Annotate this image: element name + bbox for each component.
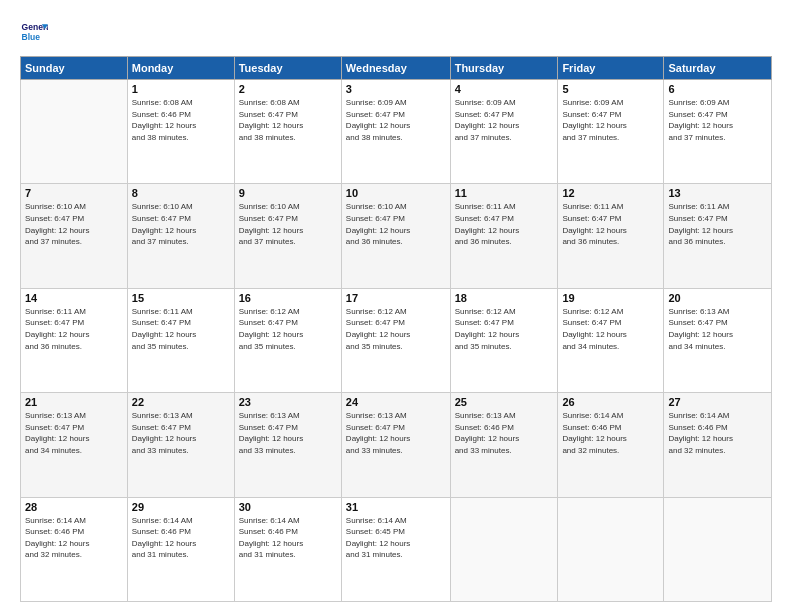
day-detail: Sunrise: 6:13 AM Sunset: 6:47 PM Dayligh…: [346, 410, 446, 456]
day-header-thursday: Thursday: [450, 57, 558, 80]
day-number: 27: [668, 396, 767, 408]
calendar-cell: [21, 80, 128, 184]
day-number: 9: [239, 187, 337, 199]
day-detail: Sunrise: 6:14 AM Sunset: 6:46 PM Dayligh…: [132, 515, 230, 561]
day-number: 25: [455, 396, 554, 408]
day-detail: Sunrise: 6:09 AM Sunset: 6:47 PM Dayligh…: [346, 97, 446, 143]
day-number: 11: [455, 187, 554, 199]
day-number: 5: [562, 83, 659, 95]
day-number: 21: [25, 396, 123, 408]
day-detail: Sunrise: 6:13 AM Sunset: 6:46 PM Dayligh…: [455, 410, 554, 456]
calendar-cell: 14Sunrise: 6:11 AM Sunset: 6:47 PM Dayli…: [21, 288, 128, 392]
day-number: 28: [25, 501, 123, 513]
calendar-cell: 3Sunrise: 6:09 AM Sunset: 6:47 PM Daylig…: [341, 80, 450, 184]
day-number: 7: [25, 187, 123, 199]
logo-icon: General Blue: [20, 18, 48, 46]
day-detail: Sunrise: 6:11 AM Sunset: 6:47 PM Dayligh…: [132, 306, 230, 352]
day-detail: Sunrise: 6:14 AM Sunset: 6:46 PM Dayligh…: [25, 515, 123, 561]
calendar-cell: 8Sunrise: 6:10 AM Sunset: 6:47 PM Daylig…: [127, 184, 234, 288]
day-number: 6: [668, 83, 767, 95]
day-number: 15: [132, 292, 230, 304]
day-detail: Sunrise: 6:12 AM Sunset: 6:47 PM Dayligh…: [455, 306, 554, 352]
day-detail: Sunrise: 6:08 AM Sunset: 6:47 PM Dayligh…: [239, 97, 337, 143]
day-detail: Sunrise: 6:13 AM Sunset: 6:47 PM Dayligh…: [132, 410, 230, 456]
day-number: 19: [562, 292, 659, 304]
day-detail: Sunrise: 6:14 AM Sunset: 6:46 PM Dayligh…: [562, 410, 659, 456]
day-detail: Sunrise: 6:08 AM Sunset: 6:46 PM Dayligh…: [132, 97, 230, 143]
calendar-cell: 15Sunrise: 6:11 AM Sunset: 6:47 PM Dayli…: [127, 288, 234, 392]
calendar-cell: 13Sunrise: 6:11 AM Sunset: 6:47 PM Dayli…: [664, 184, 772, 288]
day-number: 29: [132, 501, 230, 513]
day-number: 20: [668, 292, 767, 304]
day-number: 24: [346, 396, 446, 408]
calendar-cell: 31Sunrise: 6:14 AM Sunset: 6:45 PM Dayli…: [341, 497, 450, 601]
calendar-cell: 21Sunrise: 6:13 AM Sunset: 6:47 PM Dayli…: [21, 393, 128, 497]
day-detail: Sunrise: 6:14 AM Sunset: 6:46 PM Dayligh…: [239, 515, 337, 561]
calendar-cell: [450, 497, 558, 601]
calendar-cell: 10Sunrise: 6:10 AM Sunset: 6:47 PM Dayli…: [341, 184, 450, 288]
week-row-5: 28Sunrise: 6:14 AM Sunset: 6:46 PM Dayli…: [21, 497, 772, 601]
calendar-cell: 7Sunrise: 6:10 AM Sunset: 6:47 PM Daylig…: [21, 184, 128, 288]
calendar-cell: 9Sunrise: 6:10 AM Sunset: 6:47 PM Daylig…: [234, 184, 341, 288]
day-number: 14: [25, 292, 123, 304]
day-header-saturday: Saturday: [664, 57, 772, 80]
day-number: 8: [132, 187, 230, 199]
week-row-2: 7Sunrise: 6:10 AM Sunset: 6:47 PM Daylig…: [21, 184, 772, 288]
day-detail: Sunrise: 6:11 AM Sunset: 6:47 PM Dayligh…: [25, 306, 123, 352]
week-row-4: 21Sunrise: 6:13 AM Sunset: 6:47 PM Dayli…: [21, 393, 772, 497]
day-detail: Sunrise: 6:10 AM Sunset: 6:47 PM Dayligh…: [346, 201, 446, 247]
day-detail: Sunrise: 6:11 AM Sunset: 6:47 PM Dayligh…: [455, 201, 554, 247]
calendar-cell: 5Sunrise: 6:09 AM Sunset: 6:47 PM Daylig…: [558, 80, 664, 184]
calendar-cell: 16Sunrise: 6:12 AM Sunset: 6:47 PM Dayli…: [234, 288, 341, 392]
day-detail: Sunrise: 6:13 AM Sunset: 6:47 PM Dayligh…: [668, 306, 767, 352]
calendar-cell: 24Sunrise: 6:13 AM Sunset: 6:47 PM Dayli…: [341, 393, 450, 497]
day-number: 12: [562, 187, 659, 199]
day-detail: Sunrise: 6:12 AM Sunset: 6:47 PM Dayligh…: [562, 306, 659, 352]
day-header-tuesday: Tuesday: [234, 57, 341, 80]
day-detail: Sunrise: 6:11 AM Sunset: 6:47 PM Dayligh…: [668, 201, 767, 247]
day-detail: Sunrise: 6:09 AM Sunset: 6:47 PM Dayligh…: [455, 97, 554, 143]
day-detail: Sunrise: 6:10 AM Sunset: 6:47 PM Dayligh…: [132, 201, 230, 247]
header: General Blue: [20, 18, 772, 46]
calendar-cell: 29Sunrise: 6:14 AM Sunset: 6:46 PM Dayli…: [127, 497, 234, 601]
day-number: 26: [562, 396, 659, 408]
calendar-cell: 19Sunrise: 6:12 AM Sunset: 6:47 PM Dayli…: [558, 288, 664, 392]
day-detail: Sunrise: 6:11 AM Sunset: 6:47 PM Dayligh…: [562, 201, 659, 247]
day-detail: Sunrise: 6:12 AM Sunset: 6:47 PM Dayligh…: [239, 306, 337, 352]
calendar-cell: 6Sunrise: 6:09 AM Sunset: 6:47 PM Daylig…: [664, 80, 772, 184]
day-number: 4: [455, 83, 554, 95]
calendar-cell: 30Sunrise: 6:14 AM Sunset: 6:46 PM Dayli…: [234, 497, 341, 601]
day-number: 30: [239, 501, 337, 513]
week-row-1: 1Sunrise: 6:08 AM Sunset: 6:46 PM Daylig…: [21, 80, 772, 184]
calendar-table: SundayMondayTuesdayWednesdayThursdayFrid…: [20, 56, 772, 602]
day-detail: Sunrise: 6:13 AM Sunset: 6:47 PM Dayligh…: [239, 410, 337, 456]
day-number: 13: [668, 187, 767, 199]
calendar-cell: 26Sunrise: 6:14 AM Sunset: 6:46 PM Dayli…: [558, 393, 664, 497]
calendar-cell: 27Sunrise: 6:14 AM Sunset: 6:46 PM Dayli…: [664, 393, 772, 497]
svg-text:Blue: Blue: [22, 32, 41, 42]
day-detail: Sunrise: 6:10 AM Sunset: 6:47 PM Dayligh…: [239, 201, 337, 247]
calendar-cell: 20Sunrise: 6:13 AM Sunset: 6:47 PM Dayli…: [664, 288, 772, 392]
header-row: SundayMondayTuesdayWednesdayThursdayFrid…: [21, 57, 772, 80]
calendar-cell: 23Sunrise: 6:13 AM Sunset: 6:47 PM Dayli…: [234, 393, 341, 497]
day-detail: Sunrise: 6:09 AM Sunset: 6:47 PM Dayligh…: [562, 97, 659, 143]
calendar-cell: 4Sunrise: 6:09 AM Sunset: 6:47 PM Daylig…: [450, 80, 558, 184]
calendar-cell: [664, 497, 772, 601]
day-number: 23: [239, 396, 337, 408]
day-number: 3: [346, 83, 446, 95]
calendar-cell: 11Sunrise: 6:11 AM Sunset: 6:47 PM Dayli…: [450, 184, 558, 288]
calendar-cell: 1Sunrise: 6:08 AM Sunset: 6:46 PM Daylig…: [127, 80, 234, 184]
day-number: 18: [455, 292, 554, 304]
day-header-friday: Friday: [558, 57, 664, 80]
day-detail: Sunrise: 6:10 AM Sunset: 6:47 PM Dayligh…: [25, 201, 123, 247]
day-detail: Sunrise: 6:13 AM Sunset: 6:47 PM Dayligh…: [25, 410, 123, 456]
calendar-cell: 2Sunrise: 6:08 AM Sunset: 6:47 PM Daylig…: [234, 80, 341, 184]
calendar-cell: 25Sunrise: 6:13 AM Sunset: 6:46 PM Dayli…: [450, 393, 558, 497]
day-number: 16: [239, 292, 337, 304]
calendar-cell: 22Sunrise: 6:13 AM Sunset: 6:47 PM Dayli…: [127, 393, 234, 497]
day-number: 22: [132, 396, 230, 408]
day-header-wednesday: Wednesday: [341, 57, 450, 80]
day-detail: Sunrise: 6:09 AM Sunset: 6:47 PM Dayligh…: [668, 97, 767, 143]
day-number: 2: [239, 83, 337, 95]
day-number: 17: [346, 292, 446, 304]
